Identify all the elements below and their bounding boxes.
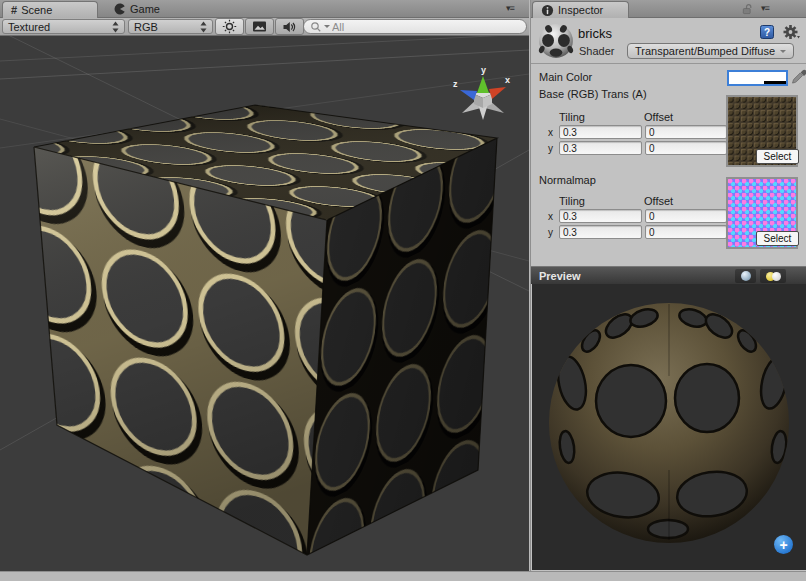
base-offset-x-field[interactable] (645, 125, 727, 139)
scene-effects-toggle[interactable] (245, 18, 274, 35)
normalmap-label: Normalmap (539, 174, 596, 186)
normal-offset-header: Offset (644, 195, 673, 207)
info-icon (541, 4, 554, 17)
preview-title: Preview (539, 270, 581, 282)
eyedropper-icon[interactable] (791, 69, 806, 86)
draw-mode-value: Textured (8, 21, 50, 33)
scene-tabbar: # Scene Game ▾≡ (0, 0, 529, 18)
tab-inspector-label: Inspector (558, 4, 603, 16)
updown-arrows-icon (112, 21, 119, 33)
color-mode-value: RGB (134, 21, 158, 33)
base-y-label: y (548, 143, 553, 154)
base-offset-header: Offset (644, 111, 673, 123)
search-icon (310, 21, 322, 33)
tab-scene[interactable]: # Scene (2, 1, 98, 18)
scene-toolbar: Textured RGB (0, 18, 529, 36)
search-filter-caret-icon[interactable] (324, 25, 330, 28)
scene-grid-icon: # (11, 4, 17, 16)
shader-value: Transparent/Bumped Diffuse (635, 45, 775, 57)
scene-search-field[interactable] (303, 19, 527, 34)
shader-dropdown[interactable]: Transparent/Bumped Diffuse (627, 43, 794, 59)
normal-tiling-y-field[interactable] (559, 225, 642, 239)
main-color-swatch[interactable] (727, 70, 788, 86)
inspector-tabbar: Inspector ▾≡ (531, 0, 806, 18)
base-x-label: x (548, 127, 553, 138)
material-header: bricks Shader Transparent/Bumped Diffuse… (531, 18, 806, 64)
sphere-icon (741, 271, 751, 281)
normal-offset-y-field[interactable] (645, 225, 727, 239)
base-offset-y-field[interactable] (645, 141, 727, 155)
base-tiling-y-field[interactable] (559, 141, 642, 155)
base-texture-label: Base (RGB) Trans (A) (539, 88, 647, 100)
base-tiling-header: Tiling (559, 111, 585, 123)
alpha-bar (729, 81, 786, 84)
preview-lighting-toggle[interactable] (760, 269, 786, 283)
base-texture-select-button[interactable]: Select (756, 149, 799, 164)
image-icon (252, 20, 267, 33)
tab-game[interactable]: Game (108, 0, 166, 18)
unity-editor-window: # Scene Game ▾≡ Textured RGB (0, 0, 806, 581)
gear-icon[interactable] (783, 24, 801, 40)
inspector-panel: Inspector ▾≡ (530, 0, 806, 571)
scene-panel: # Scene Game ▾≡ Textured RGB (0, 0, 529, 571)
preview-area[interactable]: + (532, 284, 806, 570)
color-mode-dropdown[interactable]: RGB (128, 19, 213, 34)
tab-game-label: Game (130, 3, 160, 15)
add-button[interactable]: + (774, 535, 793, 554)
preview-sphere-render (532, 284, 806, 570)
window-bottom-strip (0, 571, 806, 581)
sun-icon (222, 19, 237, 34)
normalmap-select-button[interactable]: Select (756, 231, 799, 246)
svg-text:?: ? (764, 27, 770, 38)
main-color-label: Main Color (539, 71, 592, 83)
base-tiling-x-field[interactable] (559, 125, 642, 139)
white-ball-icon (772, 272, 781, 281)
material-sphere-icon (537, 22, 575, 60)
material-name: bricks (578, 26, 612, 41)
speaker-icon (282, 20, 297, 34)
normal-tiling-header: Tiling (559, 195, 585, 207)
normal-y-label: y (548, 227, 553, 238)
tab-inspector[interactable]: Inspector (532, 1, 629, 18)
scene-panel-menu-icon[interactable]: ▾≡ (506, 3, 514, 13)
normal-offset-x-field[interactable] (645, 209, 727, 223)
preview-sphere-toggle[interactable] (735, 269, 756, 283)
gizmo-x-label: x (505, 75, 510, 85)
help-icon[interactable]: ? (759, 24, 775, 40)
preview-header[interactable]: Preview (531, 266, 806, 284)
dropdown-caret-icon (780, 50, 786, 53)
tab-scene-label: Scene (21, 4, 52, 16)
lock-icon[interactable] (741, 3, 753, 15)
draw-mode-dropdown[interactable]: Textured (2, 19, 125, 34)
scene-audio-toggle[interactable] (275, 18, 304, 35)
gizmo-z-label: z (453, 79, 458, 89)
gizmo-y-label: y (481, 65, 486, 75)
normal-tiling-x-field[interactable] (559, 209, 642, 223)
normal-x-label: x (548, 211, 553, 222)
updown-arrows-icon (200, 21, 207, 33)
shader-label: Shader (579, 45, 614, 57)
search-input[interactable] (332, 21, 492, 33)
game-pacman-icon (114, 3, 126, 15)
scene-lighting-toggle[interactable] (215, 18, 244, 35)
inspector-panel-menu-icon[interactable]: ▾≡ (761, 3, 769, 13)
scene-viewport[interactable]: y x z (0, 36, 529, 571)
